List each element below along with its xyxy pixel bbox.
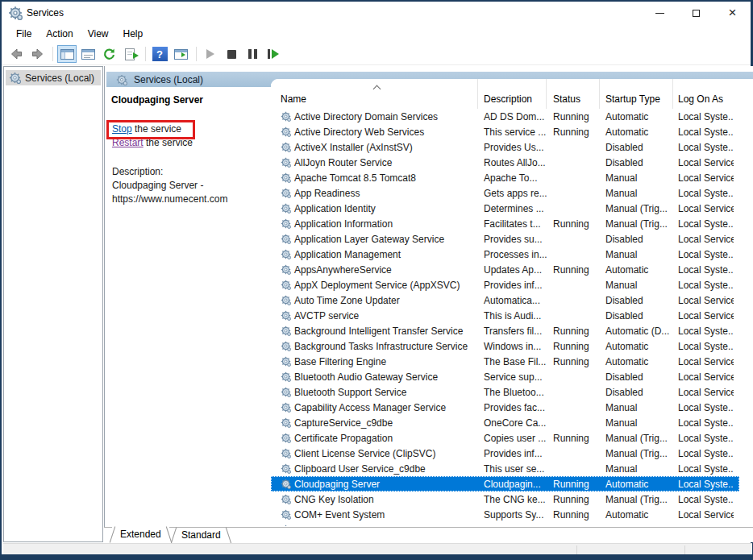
service-row[interactable]: Bluetooth Audio Gateway Service Service … <box>271 369 739 384</box>
start-service-button[interactable] <box>201 45 220 63</box>
menu-view[interactable]: View <box>81 26 116 42</box>
service-row[interactable]: CNG Key Isolation The CNG ke... Running … <box>271 492 739 507</box>
service-name: AppsAnywhereService <box>294 264 392 276</box>
service-row[interactable]: AppX Deployment Service (AppXSVC) Provid… <box>271 277 739 292</box>
refresh-button[interactable] <box>99 45 119 63</box>
close-icon: × <box>729 9 737 17</box>
service-row[interactable]: Auto Time Zone Updater Automatica... Dis… <box>271 292 739 308</box>
column-header-status[interactable]: Status <box>547 79 600 109</box>
service-status: Running <box>547 433 600 444</box>
pause-service-button[interactable] <box>243 45 262 63</box>
service-row[interactable]: Active Directory Web Services This servi… <box>271 124 739 139</box>
show-action-pane-icon <box>174 49 188 60</box>
export-list-button[interactable] <box>120 45 139 63</box>
service-startup-type: Manual (Trig... <box>600 448 673 459</box>
back-button[interactable] <box>6 45 26 63</box>
service-row[interactable]: AVCTP service This is Audi... Disabled L… <box>271 308 739 323</box>
service-name: Background Intelligent Transfer Service <box>294 326 463 337</box>
service-row[interactable]: Capability Access Manager Service Provid… <box>271 400 739 415</box>
service-startup-type: Disabled <box>600 295 673 306</box>
service-gear-icon <box>281 341 291 351</box>
properties-button[interactable] <box>78 45 98 63</box>
service-description: Provides inf... <box>478 280 547 291</box>
service-row[interactable]: Application Management Processes in... M… <box>271 247 739 262</box>
service-row[interactable]: App Readiness Gets apps re... Manual Loc… <box>271 185 739 201</box>
service-description: Updates Ap... <box>478 264 547 276</box>
service-row[interactable]: Background Intelligent Transfer Service … <box>271 323 739 338</box>
service-description: Transfers fil... <box>478 326 547 337</box>
show-action-pane-button[interactable] <box>171 45 190 63</box>
service-name: Background Tasks Infrastructure Service <box>294 341 468 352</box>
service-logon-as: Local Service <box>673 371 734 383</box>
service-row[interactable]: Cloudpaging Server Cloudpagin... Running… <box>271 476 739 492</box>
service-row[interactable] <box>271 522 739 526</box>
service-startup-type: Automatic <box>600 341 673 352</box>
service-logon-as: Local Service <box>673 203 734 214</box>
service-logon-as: Local Syste... <box>673 494 734 505</box>
menu-help[interactable]: Help <box>116 26 151 42</box>
minimize-button[interactable] <box>642 2 678 24</box>
close-button[interactable]: × <box>714 2 751 24</box>
service-description: Gets apps re... <box>478 188 547 199</box>
service-row[interactable]: Apache Tomcat 8.5 Tomcat8 Apache To... M… <box>271 170 739 185</box>
service-description: This user se... <box>478 463 547 475</box>
service-startup-type: Manual <box>600 402 673 413</box>
service-logon-as: Local Syste... <box>673 188 734 199</box>
status-bar-divider <box>684 545 685 554</box>
service-row[interactable]: Client License Service (ClipSVC) Provide… <box>271 446 739 461</box>
service-row[interactable]: Base Filtering Engine The Base Fil... Ru… <box>271 354 739 369</box>
stop-service-button[interactable] <box>222 45 241 63</box>
help-button[interactable]: ? <box>150 45 169 63</box>
service-status: Running <box>547 494 600 505</box>
service-logon-as: Local Service <box>673 356 734 367</box>
service-row[interactable]: ActiveX Installer (AxInstSV) Provides Us… <box>271 139 739 155</box>
service-gear-icon <box>281 264 291 275</box>
service-row[interactable]: Clipboard User Service_c9dbe This user s… <box>271 461 739 476</box>
service-row[interactable]: Application Layer Gateway Service Provid… <box>271 231 739 247</box>
service-gear-icon <box>281 188 291 198</box>
service-name: COM+ Event System <box>294 509 385 521</box>
service-name: Base Filtering Engine <box>294 356 386 367</box>
service-row[interactable]: Active Directory Domain Services AD DS D… <box>271 109 739 124</box>
status-bar-divider <box>576 545 577 554</box>
service-startup-type: Manual (Trig... <box>600 203 673 214</box>
service-row[interactable]: CaptureService_c9dbe OneCore Ca... Manua… <box>271 415 739 430</box>
service-row[interactable]: Application Information Facilitates t...… <box>271 216 739 231</box>
service-row[interactable]: Application Identity Determines ... Manu… <box>271 201 739 216</box>
toolbar-separator <box>145 47 146 61</box>
menu-file[interactable]: File <box>9 26 39 42</box>
service-startup-type: Disabled <box>600 310 673 321</box>
service-description: Windows in... <box>478 341 547 352</box>
service-row[interactable]: Background Tasks Infrastructure Service … <box>271 338 739 354</box>
tab-extended[interactable]: Extended <box>112 527 169 543</box>
service-row[interactable]: Bluetooth Support Service The Bluetoo...… <box>271 384 739 400</box>
maximize-button[interactable] <box>678 2 714 24</box>
service-row[interactable]: AllJoyn Router Service Routes AllJo... D… <box>271 155 739 170</box>
tab-standard[interactable]: Standard <box>173 528 229 543</box>
service-startup-type: Disabled <box>600 157 673 168</box>
service-row[interactable]: COM+ Event System Supports Sy... Running… <box>271 507 739 522</box>
service-startup-type: Disabled <box>600 142 673 153</box>
service-name: ActiveX Installer (AxInstSV) <box>294 142 413 153</box>
restart-service-button[interactable] <box>264 45 283 63</box>
forward-button[interactable] <box>27 45 47 63</box>
column-header-name[interactable]: Name <box>271 79 478 109</box>
menu-action[interactable]: Action <box>39 26 80 42</box>
column-header-description[interactable]: Description <box>478 79 547 109</box>
service-gear-icon <box>281 371 291 382</box>
column-header-log-on-as[interactable]: Log On As <box>673 79 734 109</box>
title-bar[interactable]: Services × <box>2 2 751 24</box>
view-tabs-row: Extended Standard <box>104 527 753 542</box>
service-row[interactable]: AppsAnywhereService Updates Ap... Runnin… <box>271 262 739 277</box>
tree-item-services-local[interactable]: Services (Local) <box>6 70 101 85</box>
service-name: CaptureService_c9dbe <box>294 417 393 429</box>
sort-ascending-icon <box>373 85 381 93</box>
column-header-startup-type[interactable]: Startup Type <box>600 79 673 109</box>
service-description: Provides su... <box>478 234 547 245</box>
service-logon-as: Local Service <box>673 172 734 184</box>
service-row[interactable]: Certificate Propagation Copies user ... … <box>271 430 739 446</box>
service-logon-as: Local Syste... <box>673 111 734 122</box>
service-gear-icon <box>281 525 291 526</box>
show-console-tree-button[interactable] <box>57 45 77 63</box>
service-gear-icon <box>281 172 291 183</box>
